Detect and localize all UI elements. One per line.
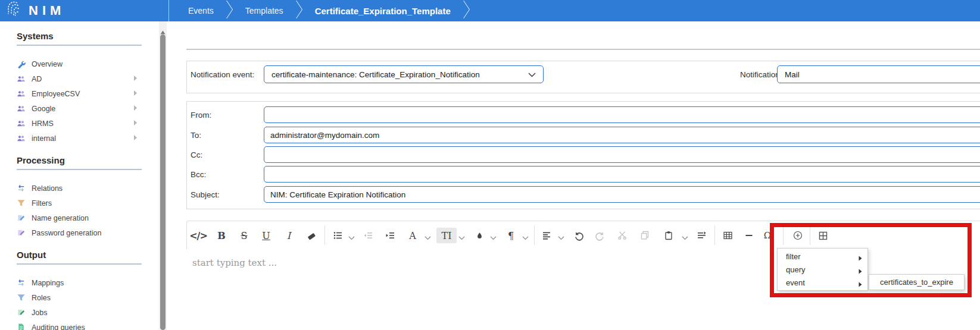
sidebar-item-filters[interactable]: Filters [0, 196, 168, 210]
menu-item-query[interactable]: query [778, 263, 867, 276]
outdent-icon [363, 231, 373, 240]
copy-button[interactable] [637, 228, 653, 243]
sidebar-item-google[interactable]: Google [0, 101, 168, 116]
sidebar-item-password-generation[interactable]: Password generation [0, 225, 168, 240]
bcc-label: Bcc: [191, 170, 206, 179]
sidebar-item-auditing-queries[interactable]: Auditing queries [0, 320, 168, 330]
top-header: NIM Events Templates Certificate_Expirat… [0, 0, 980, 21]
sidebar-item-mappings[interactable]: Mappings [0, 275, 168, 290]
menu-item-event[interactable]: event [778, 276, 867, 289]
sidebar-item-ad[interactable]: AD [0, 71, 168, 86]
list-button[interactable] [330, 228, 345, 243]
cut-button[interactable] [614, 228, 630, 243]
sidebar-item-jobs[interactable]: Jobs [0, 305, 168, 320]
expand-arrow-icon[interactable] [133, 75, 138, 83]
breadcrumb-templates[interactable]: Templates [233, 6, 295, 15]
insert-variable-button[interactable] [790, 228, 806, 243]
breadcrumb-current-template[interactable]: Certificate_Expiration_Template [303, 6, 463, 16]
underline-button[interactable]: U [258, 228, 274, 243]
users-icon [17, 89, 26, 98]
align-button[interactable] [539, 228, 554, 243]
sidebar-item-roles[interactable]: Roles [0, 290, 168, 305]
users-icon [17, 119, 26, 128]
strikethrough-button[interactable]: S [236, 228, 252, 243]
italic-button[interactable]: I [281, 228, 297, 243]
to-input[interactable] [264, 127, 980, 143]
breadcrumb: Events Templates Certificate_Expiration_… [176, 0, 470, 21]
scrollbar-thumb[interactable] [160, 34, 166, 330]
chevron-down-icon[interactable] [682, 232, 689, 239]
chevron-down-icon[interactable] [558, 232, 565, 239]
align-left-icon [542, 231, 551, 240]
chevron-down-icon[interactable] [458, 232, 466, 239]
select-all-button[interactable] [694, 228, 709, 243]
expand-arrow-icon[interactable] [133, 134, 138, 143]
sidebar-item-employeecsv[interactable]: EmployeeCSV [0, 86, 168, 101]
menu-item-label: filter [786, 252, 801, 261]
submenu-item-certificates-to-expire[interactable]: certificates_to_expire [869, 274, 965, 290]
expand-arrow-icon[interactable] [133, 105, 138, 113]
funnel-icon [17, 199, 26, 208]
indent-button[interactable] [382, 228, 398, 243]
paste-button[interactable] [661, 228, 676, 243]
chevron-down-icon[interactable] [348, 232, 355, 239]
chevron-down-icon[interactable] [522, 232, 529, 239]
section-underline [17, 169, 142, 170]
chevron-right-icon [295, 0, 303, 21]
select-all-icon [697, 231, 707, 240]
color-droplet-icon [475, 231, 484, 240]
redo-button[interactable] [592, 228, 607, 243]
section-underline [17, 263, 142, 265]
undo-icon [574, 231, 584, 241]
header-divider [168, 0, 169, 21]
app-name: NIM [29, 3, 65, 18]
wrench-icon [17, 59, 26, 68]
sidebar-item-hrms[interactable]: HRMS [0, 116, 168, 131]
sidebar-item-label: HRMS [32, 120, 54, 128]
notification-event-select[interactable]: certificate-maintenance: Certificate_Exp… [264, 65, 544, 83]
toolbar-separator [714, 225, 715, 245]
chevron-right-icon [226, 0, 233, 21]
users-icon [17, 134, 26, 143]
sidebar-item-label: Google [32, 105, 55, 113]
sidebar-item-label: Auditing queries [32, 323, 85, 330]
undo-button[interactable] [571, 228, 586, 243]
submenu-arrow-icon [859, 254, 862, 263]
menu-item-filter[interactable]: filter [778, 250, 867, 263]
clipboard-icon [664, 231, 673, 240]
clear-formatting-button[interactable] [304, 228, 319, 243]
app-logo[interactable]: NIM [0, 1, 164, 21]
sidebar-item-internal[interactable]: internal [0, 131, 168, 146]
font-size-button[interactable]: TI [436, 228, 457, 243]
sidebar-scrollbar[interactable] [159, 21, 167, 330]
expand-arrow-icon[interactable] [133, 90, 138, 98]
expand-arrow-icon[interactable] [133, 120, 138, 128]
font-family-button[interactable]: A [405, 228, 420, 243]
toolbar-separator [810, 225, 810, 245]
from-input[interactable] [264, 106, 980, 123]
chevron-down-icon[interactable] [425, 232, 432, 239]
sidebar-item-name-generation[interactable]: Name generation [0, 210, 168, 225]
paragraph-format-button[interactable]: ¶ [503, 228, 519, 243]
breadcrumb-events[interactable]: Events [176, 6, 226, 15]
code-view-button[interactable]: </> [191, 228, 206, 243]
sidebar-item-relations[interactable]: Relations [0, 181, 168, 196]
bcc-input[interactable] [264, 166, 980, 183]
insert-table-menu-button[interactable] [720, 228, 735, 243]
chevron-down-icon[interactable] [490, 232, 497, 239]
notification-type-value: Mail [785, 70, 980, 79]
from-label: From: [191, 111, 211, 120]
notification-type-select[interactable]: Mail [777, 65, 980, 83]
outdent-button[interactable] [360, 228, 376, 243]
horizontal-line-button[interactable] [741, 228, 757, 243]
special-characters-button[interactable]: Ω [760, 228, 775, 243]
subject-input[interactable] [264, 186, 980, 203]
cc-input[interactable] [264, 146, 980, 163]
text-color-button[interactable] [472, 228, 487, 243]
submenu-arrow-icon [859, 267, 862, 276]
insert-grid-button[interactable] [815, 228, 831, 243]
bold-button[interactable]: B [214, 228, 229, 243]
sidebar-item-overview[interactable]: Overview [0, 56, 168, 71]
sidebar-item-label: Roles [32, 294, 51, 302]
sidebar-item-label: Name generation [32, 214, 89, 222]
